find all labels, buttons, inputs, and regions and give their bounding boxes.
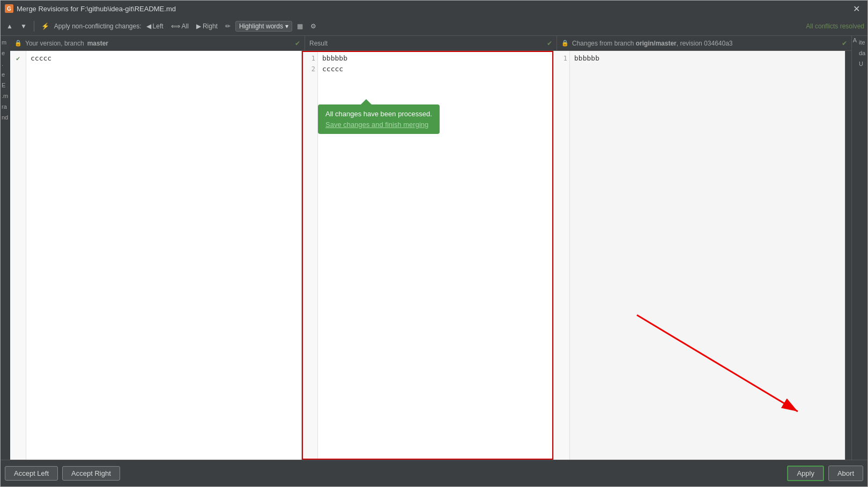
sidebar-item-right: da bbox=[858, 48, 867, 58]
sidebar-item: E bbox=[1, 80, 10, 91]
tooltip-message: All changes have been processed. bbox=[325, 109, 432, 119]
bottom-bar: Accept Left Accept Right Apply Abort bbox=[1, 460, 867, 486]
panel-headers-row: 🔒 Your version, branch master ✔ Result ✔… bbox=[10, 36, 851, 51]
highlight-words-label: Highlight words bbox=[239, 23, 283, 30]
sidebar-item-right bbox=[858, 69, 867, 71]
right-scrollbar-area: A bbox=[851, 36, 858, 460]
main-window: G Merge Revisions for F:\github\idea-git… bbox=[0, 0, 868, 487]
abort-button[interactable]: Abort bbox=[828, 466, 863, 481]
highlight-words-dropdown[interactable]: Highlight words ▾ bbox=[235, 21, 292, 32]
apply-right-button[interactable]: ▶ Right bbox=[194, 21, 220, 32]
apply-left-button[interactable]: ◀ Left bbox=[144, 21, 166, 32]
center-line-1: bbbbbb bbox=[322, 53, 549, 64]
scroll-down-button[interactable]: ▼ bbox=[18, 21, 29, 32]
apply-non-conflicting-label: Apply non-conflicting changes: bbox=[54, 23, 142, 30]
lock-icon-left: 🔒 bbox=[14, 40, 22, 47]
toolbar-right: All conflicts resolved bbox=[806, 23, 864, 30]
sidebar-item: e bbox=[1, 69, 10, 80]
right-panel-header: 🔒 Changes from branch origin/master, rev… bbox=[557, 36, 851, 51]
tooltip-body: All changes have been processed. Save ch… bbox=[318, 104, 440, 134]
columns-button[interactable]: ▦ bbox=[294, 21, 306, 32]
title-bar-left: G Merge Revisions for F:\github\idea-git… bbox=[5, 4, 176, 13]
title-bar: G Merge Revisions for F:\github\idea-git… bbox=[1, 1, 867, 17]
toolbar: ▲ ▼ ⚡ Apply non-conflicting changes: ◀ L… bbox=[1, 17, 867, 36]
apply-all-button[interactable]: ⟺ All bbox=[168, 21, 191, 32]
panels-wrapper: 🔒 Your version, branch master ✔ Result ✔… bbox=[10, 36, 851, 460]
sidebar-item: e bbox=[1, 48, 10, 58]
gear-button[interactable]: ⚙ bbox=[308, 21, 319, 32]
sidebar-item-right: ite bbox=[858, 37, 867, 48]
scrollbar-right[interactable] bbox=[845, 51, 851, 460]
right-arrow-icon: ▶ bbox=[196, 23, 201, 30]
right-line-1: bbbbbb bbox=[574, 53, 841, 64]
close-button[interactable]: ✕ bbox=[850, 3, 863, 15]
left-sidebar: m e . e E .m ra nd bbox=[1, 36, 10, 460]
right-code: bbbbbb bbox=[570, 51, 845, 460]
sidebar-item: . bbox=[1, 58, 10, 69]
center-line-2: ccccc bbox=[322, 64, 549, 74]
left-diff-content: ✔ ccccc bbox=[10, 51, 301, 460]
save-changes-link[interactable]: Save changes and finish merging bbox=[325, 119, 432, 130]
settings-pencil-button[interactable]: ✏ bbox=[222, 21, 233, 32]
sidebar-item: .m bbox=[1, 91, 10, 101]
diff-panels: ✔ ccccc 1 2 bbox=[10, 51, 851, 460]
bottom-right-buttons: Apply Abort bbox=[787, 466, 863, 481]
lock-icon-right: 🔒 bbox=[561, 40, 569, 47]
center-header-label: Result bbox=[309, 40, 328, 47]
sidebar-item-right: U bbox=[858, 58, 867, 69]
right-diff-content: 1 bbbbbb bbox=[554, 51, 845, 460]
left-line-1: ccccc bbox=[31, 53, 297, 64]
center-line-numbers: 1 2 bbox=[302, 51, 318, 460]
center-panel-header: Result ✔ bbox=[305, 36, 557, 51]
all-arrows-icon: ⟺ bbox=[171, 23, 180, 30]
accept-left-button[interactable]: Accept Left bbox=[5, 466, 58, 481]
scroll-up-button[interactable]: ▲ bbox=[4, 21, 16, 32]
sidebar-item: m bbox=[1, 37, 10, 48]
apply-button[interactable]: Apply bbox=[787, 466, 824, 481]
conflicts-resolved-status: All conflicts resolved bbox=[806, 23, 864, 30]
left-code: ccccc bbox=[26, 51, 301, 460]
toolbar-separator-1 bbox=[34, 21, 34, 32]
right-branch-name: origin/master bbox=[636, 40, 677, 47]
accept-right-button[interactable]: Accept Right bbox=[62, 466, 120, 481]
app-icon: G bbox=[5, 4, 13, 13]
sidebar-item: nd bbox=[1, 112, 10, 123]
check-icon-left: ✔ bbox=[295, 40, 300, 47]
tooltip-arrow bbox=[361, 99, 372, 104]
magic-button[interactable]: ⚡ bbox=[39, 21, 52, 32]
right-sidebar: ite da U bbox=[858, 36, 867, 460]
chevron-down-icon: ▾ bbox=[285, 23, 288, 30]
left-panel-header: 🔒 Your version, branch master ✔ bbox=[10, 36, 305, 51]
left-diff-panel: ✔ ccccc bbox=[10, 51, 302, 460]
left-arrow-icon: ◀ bbox=[146, 23, 151, 30]
tooltip-popup: All changes have been processed. Save ch… bbox=[318, 99, 440, 134]
check-mark-left: ✔ bbox=[12, 53, 24, 64]
right-line-numbers: 1 bbox=[554, 51, 570, 460]
left-branch-name: master bbox=[87, 40, 108, 47]
main-body: m e . e E .m ra nd 🔒 Your version, branc… bbox=[1, 36, 867, 460]
check-icon-right: ✔ bbox=[842, 40, 847, 47]
window-title: Merge Revisions for F:\github\idea-git\R… bbox=[17, 5, 176, 13]
scroll-indicator: A bbox=[852, 36, 858, 44]
sidebar-item: ra bbox=[1, 101, 10, 112]
center-diff-panel: 1 2 bbbbbb ccccc All changes have been p… bbox=[302, 51, 554, 460]
left-line-numbers: ✔ bbox=[10, 51, 26, 460]
check-icon-center: ✔ bbox=[547, 40, 552, 47]
right-diff-panel: 1 bbbbbb bbox=[554, 51, 845, 460]
